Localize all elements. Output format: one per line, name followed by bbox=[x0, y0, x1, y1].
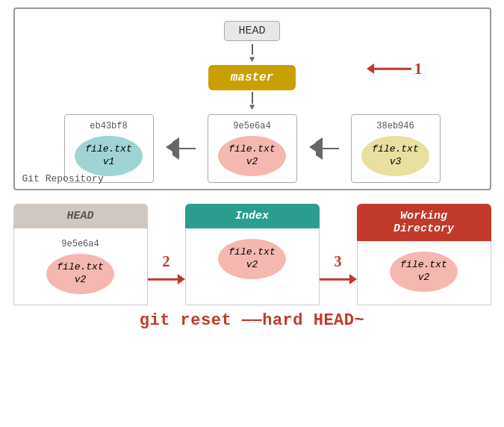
section-index-header: Index bbox=[185, 204, 320, 228]
arrow-2-icon bbox=[148, 273, 185, 285]
bottom-blob-2: file.txt v2 bbox=[390, 252, 457, 292]
section-index-body: file.txt v2 bbox=[185, 228, 320, 305]
file-blob-2: file.txt v3 bbox=[361, 136, 429, 176]
bottom-boxes-row: HEAD 9e5e6a4 file.txt v2 2 Index file.tx… bbox=[13, 204, 491, 305]
bottom-blob-0: file.txt v2 bbox=[46, 254, 113, 294]
file-blob-0: file.txt v1 bbox=[75, 136, 142, 176]
head-box: HEAD bbox=[224, 21, 279, 41]
bottom-commit-id-0: 9e5e6a4 bbox=[61, 239, 99, 249]
annotation-1-label: 1 bbox=[414, 59, 423, 78]
commit-arrow-0 bbox=[166, 142, 196, 155]
section-index: Index file.txt v2 bbox=[185, 204, 320, 305]
head-section: HEAD bbox=[22, 21, 482, 41]
section-head-header: HEAD bbox=[13, 204, 148, 228]
section-workdir: Working Directory file.txt v2 bbox=[357, 204, 491, 305]
commit-id-2: 38eb946 bbox=[376, 121, 414, 131]
arrow-3-icon bbox=[320, 273, 357, 285]
master-box: master bbox=[208, 65, 296, 90]
arrow-left-tip-1 bbox=[309, 142, 323, 155]
git-command: git reset ——hard HEAD~ bbox=[13, 311, 491, 330]
arrow-line-0 bbox=[179, 148, 196, 149]
commit-38eb946: 38eb946 file.txt v3 bbox=[351, 114, 441, 183]
arrow-1-icon bbox=[367, 63, 411, 75]
commit-id-1: 9e5e6a4 bbox=[233, 121, 270, 131]
commit-arrow-1 bbox=[309, 142, 339, 155]
commit-id-0: eb43bf8 bbox=[90, 121, 127, 131]
section-workdir-header: Working Directory bbox=[357, 204, 491, 241]
arrow-left-tip-0 bbox=[166, 142, 179, 155]
section-arrow-2: 2 bbox=[148, 204, 185, 305]
bottom-blob-1: file.txt v2 bbox=[218, 239, 285, 279]
arrow-3-label: 3 bbox=[335, 253, 342, 270]
section-workdir-body: file.txt v2 bbox=[357, 241, 491, 305]
top-diagram: HEAD master 1 ▼ eb43bf8 file.txt v1 bbox=[13, 7, 491, 190]
master-row: master 1 bbox=[22, 65, 482, 90]
master-to-commit-arrow: ▼ bbox=[22, 102, 482, 113]
arrow-line-1 bbox=[323, 148, 339, 149]
commit-9e5e6a4: 9e5e6a4 file.txt v2 bbox=[208, 114, 297, 183]
section-arrow-3: 3 bbox=[320, 204, 357, 305]
git-repo-label: Git Repository bbox=[22, 173, 104, 184]
section-head-body: 9e5e6a4 file.txt v2 bbox=[13, 228, 148, 305]
arrow-2-label: 2 bbox=[163, 253, 170, 270]
head-to-master-connector bbox=[22, 44, 482, 59]
file-blob-1: file.txt v2 bbox=[218, 136, 285, 176]
annotation-1: 1 bbox=[367, 59, 423, 78]
section-head: HEAD 9e5e6a4 file.txt v2 bbox=[13, 204, 148, 305]
bottom-diagram: HEAD 9e5e6a4 file.txt v2 2 Index file.tx… bbox=[13, 204, 491, 330]
